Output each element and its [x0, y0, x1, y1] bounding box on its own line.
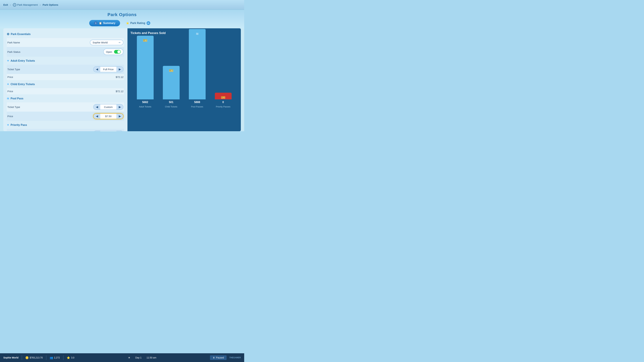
priority-ticket-type-row: Ticket Type ◀ Full Price ▶	[7, 129, 124, 131]
priority-ticket-type-next[interactable]: ▶	[116, 131, 123, 131]
pool-ticket-type-prev[interactable]: ◀	[94, 104, 100, 110]
priority-pass-icon: ✦	[7, 123, 9, 127]
park-essentials-icon: ⚙	[7, 32, 10, 36]
adult-price-label: Price	[8, 76, 13, 78]
top-navigation-bar: Exit › ⊙ Park Management › Park Options	[0, 0, 244, 10]
pool-price-next[interactable]: ▶	[116, 114, 123, 119]
adult-ticket-type-next[interactable]: ▶	[116, 67, 123, 72]
section-pool-pass: ≋ Pool Pass	[7, 97, 124, 100]
pool-ticket-type-spinner[interactable]: ◀ Custom ▶	[93, 104, 124, 110]
chart-bar: 🎫	[163, 66, 180, 99]
current-page-label: Park Options	[42, 3, 58, 6]
bar-count: 5682	[142, 101, 148, 104]
edit-icon: ✏	[119, 41, 121, 44]
bar-label: Adult Tickets	[139, 105, 152, 108]
bar-label: Pool Passes	[191, 105, 203, 108]
pool-ticket-type-next[interactable]: ▶	[116, 104, 123, 110]
section-adult-tickets: ✦ Adult Entry Tickets	[7, 59, 124, 63]
breadcrumb-separator2: ›	[40, 3, 40, 6]
bar-icon: 🎫	[169, 67, 174, 73]
park-status-value: Open	[106, 50, 112, 53]
exit-button[interactable]: Exit	[3, 3, 8, 6]
child-price-value: $72.12	[116, 90, 124, 93]
priority-ticket-type-spinner[interactable]: ◀ Full Price ▶	[93, 131, 124, 131]
adult-ticket-type-prev[interactable]: ◀	[94, 67, 100, 72]
bar-icon: 🎫	[143, 37, 148, 43]
pool-pass-title: Pool Pass	[10, 97, 23, 100]
pool-pass-icon: ≋	[7, 97, 9, 100]
adult-ticket-type-row: Ticket Type ◀ Full Price ▶	[7, 65, 124, 74]
adult-ticket-type-label: Ticket Type	[8, 68, 20, 71]
park-name-row: Park Name Sophie World ✏	[7, 38, 124, 47]
adult-tickets-title: Adult Entry Tickets	[10, 59, 35, 62]
park-status-row: Park Status Open	[7, 47, 124, 57]
chart-bar: 🎫	[215, 93, 232, 99]
page-title: Park Options	[0, 12, 244, 17]
main-content: ⚙ Park Essentials Park Name Sophie World…	[0, 28, 244, 131]
bar-label: Priority Passes	[216, 105, 230, 108]
priority-pass-title: Priority Pass	[10, 123, 27, 126]
toggle-switch[interactable]	[114, 50, 121, 54]
tab-summary-badge: 1	[94, 21, 98, 25]
park-essentials-title: Park Essentials	[11, 33, 30, 36]
park-rating-badge: 41	[146, 21, 150, 25]
child-price-label: Price	[8, 90, 13, 93]
bar-icon: 🎫	[221, 94, 226, 100]
breadcrumb-separator: ›	[10, 3, 11, 6]
bar-label: Child Tickets	[165, 105, 178, 108]
bar-icon: ≋	[196, 30, 199, 36]
bar-count: 0	[222, 101, 224, 104]
chart-bar: ≋	[189, 29, 206, 99]
star-icon: ⭐	[126, 22, 129, 24]
adult-ticket-type-spinner[interactable]: ◀ Full Price ▶	[93, 66, 124, 72]
pool-ticket-type-row: Ticket Type ◀ Custom ▶	[7, 102, 124, 112]
chart-title: Tickets and Passes Sold	[130, 31, 238, 35]
section-priority-pass: ✦ Priority Pass	[7, 123, 124, 127]
tab-summary-label: Summary	[103, 22, 116, 25]
tab-park-rating-label: Park Rating	[130, 22, 145, 25]
tabs-row: 1 📋 Summary ⭐ Park Rating 41	[0, 19, 244, 28]
park-name-input[interactable]: Sophie World ✏	[90, 40, 124, 45]
section-child-tickets: ✦ Child Entry Tickets	[7, 82, 124, 86]
chart-area: 🎫5682Adult Tickets🎫501Child Tickets≋5888…	[130, 37, 238, 108]
chart-column: ≋5888Pool Passes	[189, 29, 206, 108]
tab-park-rating[interactable]: ⭐ Park Rating 41	[122, 20, 155, 26]
chart-column: 🎫501Child Tickets	[163, 66, 180, 108]
right-panel: Tickets and Passes Sold 🎫5682Adult Ticke…	[128, 28, 241, 131]
pool-price-label: Price	[8, 115, 13, 118]
summary-doc-icon: 📋	[99, 22, 102, 24]
park-management-label: Park Management	[17, 3, 38, 6]
park-status-toggle[interactable]: Open	[103, 49, 124, 55]
park-status-label: Park Status	[8, 50, 20, 53]
bar-count: 501	[169, 101, 174, 104]
page-title-area: Park Options	[0, 10, 244, 19]
left-panel: ⚙ Park Essentials Park Name Sophie World…	[3, 28, 128, 131]
pool-price-spinner[interactable]: ◀ $7.50 ▶	[93, 113, 124, 119]
priority-ticket-type-prev[interactable]: ◀	[94, 131, 100, 131]
park-management-icon: ⊙	[13, 3, 16, 6]
park-name-label: Park Name	[8, 41, 20, 44]
chart-column: 🎫5682Adult Tickets	[137, 36, 154, 108]
bar-count: 5888	[194, 101, 200, 104]
pool-price-row: Price ◀ $7.50 ▶	[7, 112, 124, 121]
child-price-row: Price $72.12	[7, 88, 124, 94]
chart-column: 🎫0Priority Passes	[215, 93, 232, 108]
pool-price-value: $7.50	[100, 114, 116, 119]
park-name-value: Sophie World	[92, 41, 108, 44]
section-park-essentials: ⚙ Park Essentials	[7, 32, 124, 36]
pool-ticket-type-value: Custom	[100, 105, 116, 109]
chart-bar: 🎫	[137, 36, 154, 99]
park-management-link[interactable]: ⊙ Park Management	[13, 3, 38, 6]
child-tickets-icon: ✦	[7, 82, 9, 86]
pool-ticket-type-label: Ticket Type	[8, 106, 20, 108]
adult-tickets-icon: ✦	[7, 59, 9, 63]
child-tickets-title: Child Entry Tickets	[10, 83, 35, 86]
adult-price-value: $72.12	[116, 76, 124, 78]
pool-price-prev[interactable]: ◀	[94, 114, 100, 119]
adult-ticket-type-value: Full Price	[100, 67, 116, 72]
tab-summary[interactable]: 1 📋 Summary	[89, 20, 120, 26]
adult-price-row: Price $72.12	[7, 74, 124, 80]
